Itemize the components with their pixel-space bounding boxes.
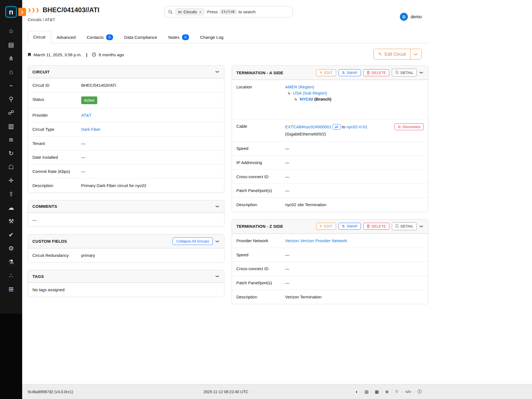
cable-link[interactable]: EXTCAB#nyc02#000001 bbox=[285, 124, 331, 129]
tab-circuit[interactable]: Circuit bbox=[28, 31, 51, 43]
circuit-id-label: Circuit ID bbox=[32, 82, 81, 88]
breadcrumb-circuits-link[interactable]: Circuits bbox=[28, 17, 42, 22]
delete-button-label: DELETE bbox=[372, 224, 386, 228]
jobs-icon[interactable]: ✛ bbox=[4, 174, 18, 187]
chip-close-icon[interactable]: × bbox=[199, 9, 202, 14]
termination-z-detail-button[interactable]: ⓘ DETAIL bbox=[392, 222, 417, 230]
sidebar-expand-toggle[interactable]: ❯ bbox=[18, 8, 26, 16]
tab-notes[interactable]: Notes 0 bbox=[163, 31, 195, 43]
cloud-icon[interactable]: ☁ bbox=[4, 201, 18, 214]
data-table-icon[interactable]: ▦ bbox=[375, 389, 379, 394]
edit-circuit-dropdown-toggle[interactable]: ❯ bbox=[410, 49, 421, 59]
footer-dot: · bbox=[361, 389, 362, 394]
help-icon[interactable]: ⓘ bbox=[418, 389, 422, 394]
locations-icon[interactable]: ⌂ bbox=[4, 65, 18, 79]
tags-value: No tags assigned bbox=[32, 287, 220, 293]
z-cross-connect-row: Cross-connect ID — bbox=[232, 262, 428, 276]
comments-panel-title: COMMENTS bbox=[32, 204, 57, 209]
circuit-redundancy-row: Circuit Redundancy primary bbox=[28, 248, 224, 262]
provider-network-row: Provider Network Verizon Verizon Provide… bbox=[232, 234, 428, 248]
detail-button-label: DETAIL bbox=[401, 71, 413, 75]
cable-to-text: to bbox=[342, 124, 346, 129]
tools-icon[interactable]: ⚒ bbox=[4, 214, 18, 228]
termination-a-edit-button[interactable]: ✎ EDIT bbox=[316, 69, 336, 76]
security-icon[interactable]: ☖ bbox=[4, 160, 18, 174]
tags-body: No tags assigned bbox=[28, 283, 224, 297]
notes-count-badge: 0 bbox=[182, 34, 189, 40]
devices-icon[interactable]: ▤ bbox=[4, 38, 18, 52]
chevron-down-icon[interactable]: ❯ bbox=[216, 70, 219, 74]
user-menu[interactable]: D demo bbox=[400, 13, 422, 21]
web-icon[interactable]: ⊕ bbox=[385, 389, 389, 394]
z-cross-connect-label: Cross-connect ID bbox=[236, 266, 285, 272]
branch-link[interactable]: NYC02 bbox=[300, 97, 313, 101]
docs-icon[interactable]: ▤ bbox=[365, 389, 369, 394]
avatar: D bbox=[400, 13, 408, 21]
disconnect-button[interactable]: ⊘ Disconnect bbox=[395, 123, 424, 130]
created-date: March 11, 2025, 3:58 p.m. bbox=[34, 52, 82, 57]
notifications-icon[interactable]: ⚐ bbox=[395, 389, 399, 394]
tab-change-log[interactable]: Change Log bbox=[195, 31, 229, 43]
termination-a-swap-button[interactable]: ⇅ SWAP bbox=[339, 69, 361, 76]
termination-z-description-value: Verizon Termination bbox=[285, 294, 424, 300]
modules-icon[interactable]: ▥ bbox=[4, 119, 18, 133]
topology-icon[interactable]: ⋔ bbox=[4, 52, 18, 65]
circuit-redundancy-value: primary bbox=[81, 252, 220, 259]
chevron-down-icon[interactable]: ❯ bbox=[216, 274, 219, 278]
termination-a-detail-button[interactable]: ⓘ DETAIL bbox=[392, 69, 417, 76]
circuit-type-link[interactable]: Dark Fiber bbox=[81, 127, 101, 132]
edit-circuit-split-button: ✎ Edit Circuit ❯ bbox=[374, 49, 422, 60]
ipam-icon[interactable]: ⚲ bbox=[4, 92, 18, 106]
settings-icon[interactable]: ⚙ bbox=[4, 242, 18, 255]
tab-advanced[interactable]: Advanced bbox=[51, 31, 81, 43]
cross-connect-label: Cross-connect ID bbox=[236, 174, 285, 180]
region-type[interactable]: (Region) bbox=[298, 85, 314, 89]
cloud-upload-icon[interactable]: ⇧ bbox=[4, 187, 18, 201]
subregion-link[interactable]: USA bbox=[293, 91, 301, 95]
cable-label: Cable bbox=[236, 123, 285, 137]
theme-toggle-icon[interactable]: ◐ bbox=[356, 389, 358, 394]
wireless-icon[interactable]: ≋ bbox=[4, 133, 18, 147]
commit-rate-row: Commit Rate (Kbps) — bbox=[28, 164, 224, 178]
routing-icon[interactable]: ↻ bbox=[4, 147, 18, 160]
provider-link[interactable]: AT&T bbox=[81, 113, 91, 117]
subregion-type[interactable]: (Sub Region) bbox=[303, 91, 327, 95]
integrations-icon[interactable]: ∴ bbox=[4, 269, 18, 282]
plugins-icon[interactable]: ⚗ bbox=[4, 255, 18, 269]
search-hint-post: to search bbox=[239, 9, 256, 14]
api-code-icon[interactable]: </> bbox=[405, 389, 411, 394]
provider-network-link[interactable]: Verizon Verizon Provider Network bbox=[285, 238, 347, 243]
nautobot-logo[interactable]: n bbox=[5, 6, 17, 18]
termination-z-swap-button[interactable]: ⇅ SWAP bbox=[339, 223, 361, 230]
apps-icon[interactable]: ⊞ bbox=[4, 282, 18, 296]
favorites-icon[interactable]: ☆ bbox=[4, 24, 18, 38]
contacts-count-badge: 0 bbox=[106, 34, 113, 40]
chevron-down-icon[interactable]: ❯ bbox=[420, 70, 423, 75]
footer-dot: · bbox=[371, 389, 372, 394]
cable-trace-button[interactable]: ⇄ bbox=[332, 124, 341, 130]
tab-contacts[interactable]: Contacts 0 bbox=[81, 31, 119, 43]
termination-a-delete-button[interactable]: DELETE bbox=[363, 69, 389, 76]
z-patch-panel-value: — bbox=[285, 280, 424, 286]
z-patch-panel-label: Patch Panel/port(s) bbox=[236, 280, 285, 286]
circuits-icon[interactable]: ⌁ bbox=[4, 79, 18, 92]
search-input[interactable]: in: Circuits × Press Ctrl+K to search bbox=[165, 6, 293, 17]
circuit-id-row: Circuit ID BHEC/041403//ATI bbox=[28, 78, 224, 92]
collapse-all-groups-button[interactable]: Collapse All Groups bbox=[173, 237, 213, 245]
validation-icon[interactable]: ✔ bbox=[4, 228, 18, 242]
termination-z-delete-button[interactable]: DELETE bbox=[363, 223, 389, 230]
z-cross-connect-value: — bbox=[285, 266, 424, 272]
region-link[interactable]: AMER bbox=[285, 85, 297, 89]
chevron-down-icon[interactable]: ❯ bbox=[216, 239, 219, 244]
breadcrumb-provider-link[interactable]: AT&T bbox=[45, 17, 55, 22]
edit-circuit-button[interactable]: ✎ Edit Circuit bbox=[374, 49, 410, 59]
disconnect-label: Disconnect bbox=[403, 125, 420, 129]
connections-icon[interactable]: ☍ bbox=[4, 106, 18, 119]
tab-data-compliance[interactable]: Data Compliance bbox=[119, 31, 163, 43]
chevron-down-icon[interactable]: ❯ bbox=[420, 224, 423, 229]
location-row: Location AMER (Region) ↳ USA (Sub Region… bbox=[232, 80, 428, 119]
chevron-down-icon[interactable]: ❯ bbox=[216, 204, 219, 209]
circuit-type-row: Circuit Type Dark Fiber bbox=[28, 122, 224, 136]
cable-device-link[interactable]: nyc02-rt-01 bbox=[346, 124, 367, 129]
termination-z-edit-button[interactable]: ✎ EDIT bbox=[316, 223, 336, 230]
